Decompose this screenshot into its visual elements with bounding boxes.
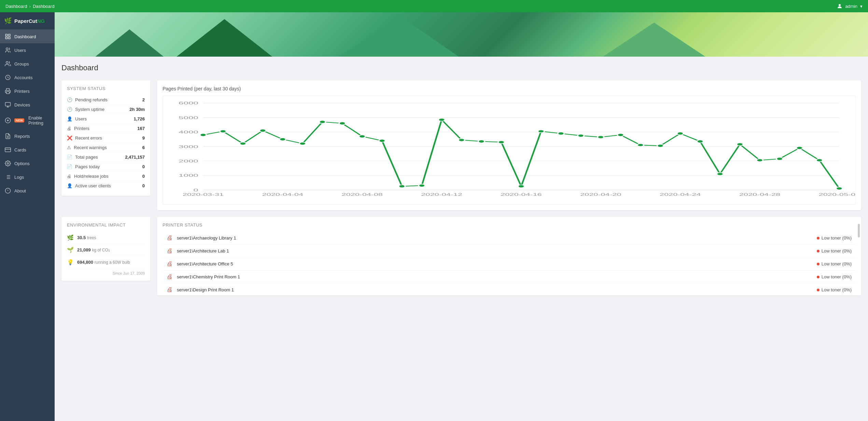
svg-point-60 (598, 136, 604, 139)
svg-point-55 (498, 141, 505, 143)
status-row-pages-today: 📄Pages today0 (67, 162, 145, 172)
line-chart-svg: 01000200030004000500060002020-03-312020-… (163, 96, 855, 204)
status-dot (817, 263, 820, 265)
svg-rect-3 (5, 37, 7, 39)
svg-rect-1 (5, 34, 7, 36)
printers-icon (5, 88, 11, 94)
svg-point-44 (279, 138, 286, 141)
svg-point-45 (299, 142, 306, 145)
svg-point-0 (839, 4, 841, 6)
bulb-icon: 💡 (67, 259, 74, 265)
main-content: Dashboard System Status 🕐Pending refunds… (55, 12, 868, 421)
svg-point-63 (657, 144, 663, 147)
svg-text:2020-04-20: 2020-04-20 (580, 192, 621, 197)
sidebar-label-devices: Devices (14, 102, 30, 107)
svg-point-40 (200, 133, 206, 136)
dashboard-icon (5, 33, 11, 40)
svg-text:2020-04-24: 2020-04-24 (660, 192, 701, 197)
svg-point-54 (478, 140, 485, 143)
sidebar-item-users[interactable]: Users (0, 43, 55, 57)
svg-point-43 (260, 129, 266, 132)
printer-status-panel: Printer Status 🖨 server1\Archaeology Lib… (157, 217, 861, 295)
printer-error-icon: 🖨 (167, 247, 173, 255)
leaf-icon: 🌿 (67, 234, 74, 241)
printer-row[interactable]: 🖨 server1\Architecture Lab 1 Low toner (… (163, 245, 856, 258)
printer-list: 🖨 server1\Archaeology Library 1 Low tone… (163, 232, 856, 295)
env-since: Since Jun 17, 2009 (67, 271, 145, 275)
sidebar-item-about[interactable]: About (0, 184, 55, 198)
sidebar-label-users: Users (14, 48, 26, 53)
svg-text:2000: 2000 (179, 159, 198, 163)
chart-panel: Pages Printed (per day, last 30 days) 01… (157, 81, 861, 210)
svg-point-59 (578, 134, 584, 137)
svg-point-48 (359, 135, 365, 137)
status-row-total-pages: 📄Total pages2,471,157 (67, 153, 145, 162)
svg-point-46 (319, 120, 326, 123)
printer-error-icon: 🖨 (167, 286, 173, 293)
sidebar-label-accounts: Accounts (14, 75, 32, 80)
svg-point-52 (438, 118, 445, 121)
svg-text:2020-05-02: 2020-05-02 (819, 192, 855, 197)
breadcrumb-dashboard[interactable]: Dashboard (5, 4, 27, 9)
svg-point-47 (339, 122, 346, 125)
svg-text:2020-04-28: 2020-04-28 (739, 192, 781, 197)
sidebar-item-enable-printing[interactable]: NEW Enable Printing (0, 112, 55, 129)
svg-point-67 (737, 143, 743, 146)
sidebar-item-options[interactable]: Options (0, 157, 55, 170)
svg-text:1000: 1000 (179, 173, 198, 178)
system-status-panel: System Status 🕐Pending refunds2🕐System u… (61, 81, 150, 196)
admin-menu[interactable]: admin ▾ (837, 3, 863, 9)
enable-printing-icon (5, 117, 11, 124)
svg-text:3000: 3000 (179, 144, 198, 149)
sidebar-item-reports[interactable]: Reports (0, 129, 55, 143)
logo: 🌿 PaperCutNG (0, 12, 55, 30)
printer-row[interactable]: 🖨 server1\Chemistry Print Room 1 Low ton… (163, 271, 856, 284)
printer-name: server1\Archaeology Library 1 (177, 235, 817, 241)
status-row-recent-warnings: ⚠Recent warnings6 (67, 143, 145, 153)
printer-error-icon: 🖨 (167, 234, 173, 242)
admin-chevron: ▾ (860, 4, 863, 9)
printer-error-icon: 🖨 (167, 273, 173, 280)
status-row-system-uptime: 🕐System uptime2h 30m (67, 105, 145, 114)
sidebar-item-logs[interactable]: Logs (0, 170, 55, 184)
sidebar-item-cards[interactable]: Cards (0, 143, 55, 157)
new-badge: NEW (14, 118, 24, 122)
sidebar: 🌿 PaperCutNG Dashboard Users Groups Acco… (0, 12, 55, 421)
sidebar-item-dashboard[interactable]: Dashboard (0, 30, 55, 43)
sidebar-label-cards: Cards (14, 147, 26, 153)
env-co2: 🌱 21,089 kg of CO₂ (67, 244, 145, 256)
sidebar-item-devices[interactable]: Devices (0, 98, 55, 112)
svg-point-70 (796, 146, 803, 149)
status-row-active-user-clients: 👤Active user clients0 (67, 181, 145, 190)
svg-point-65 (697, 140, 703, 143)
printer-row[interactable]: 🖨 server1\Archaeology Library 1 Low tone… (163, 232, 856, 245)
sidebar-item-accounts[interactable]: Accounts (0, 71, 55, 84)
logs-icon (5, 174, 11, 180)
svg-text:2020-04-08: 2020-04-08 (341, 192, 383, 197)
environmental-panel: Environmental Impact 🌿 30.5 trees 🌱 21,0… (61, 217, 150, 281)
svg-rect-8 (6, 92, 10, 94)
svg-point-68 (757, 159, 763, 161)
svg-point-53 (458, 139, 465, 141)
printer-row[interactable]: 🖨 server1\Architecture Office 5 Low tone… (163, 258, 856, 271)
environmental-title: Environmental Impact (67, 222, 145, 228)
env-trees: 🌿 30.5 trees (67, 232, 145, 244)
status-row-pending-refunds: 🕐Pending refunds2 (67, 95, 145, 105)
sidebar-item-printers[interactable]: Printers (0, 84, 55, 98)
status-row-users: 👤Users1,726 (67, 114, 145, 124)
printer-error-icon: 🖨 (167, 260, 173, 267)
svg-text:5000: 5000 (179, 115, 198, 120)
svg-rect-4 (9, 37, 10, 39)
scrollbar[interactable] (858, 224, 860, 237)
co2-value: 21,089 kg of CO₂ (77, 247, 110, 252)
printer-status-title: Printer Status (163, 222, 856, 228)
sidebar-label-logs: Logs (14, 175, 24, 180)
svg-rect-14 (5, 148, 11, 152)
svg-point-5 (6, 48, 8, 50)
svg-point-41 (220, 130, 226, 133)
status-row-printers: 🖨Printers167 (67, 124, 145, 133)
svg-point-16 (7, 163, 9, 164)
svg-point-66 (717, 173, 723, 175)
sidebar-item-groups[interactable]: Groups (0, 57, 55, 71)
printer-row[interactable]: 🖨 server1\Design Print Room 1 Low toner … (163, 284, 856, 295)
